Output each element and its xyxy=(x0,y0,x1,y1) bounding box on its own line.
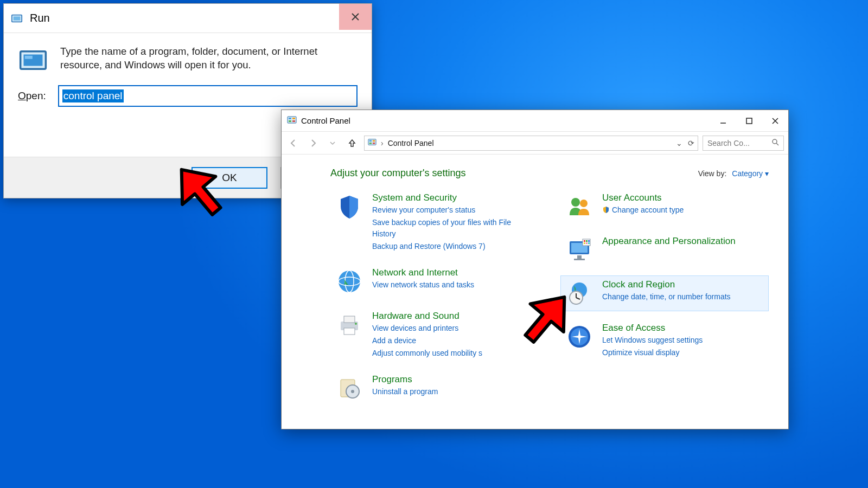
svg-point-25 xyxy=(355,323,357,325)
shield-icon xyxy=(335,192,363,221)
category-item: System and SecurityReview your computer'… xyxy=(330,189,539,256)
cp-heading-row: Adjust your computer's settings View by:… xyxy=(330,168,769,179)
category-title[interactable]: Network and Internet xyxy=(372,267,474,278)
cp-right-column: User AccountsChange account typeAppearan… xyxy=(560,189,769,406)
recent-button[interactable] xyxy=(325,136,340,151)
svg-rect-9 xyxy=(292,120,295,122)
svg-point-17 xyxy=(773,139,777,144)
back-button[interactable] xyxy=(286,136,301,151)
minimize-button[interactable] xyxy=(710,110,736,132)
open-input[interactable]: control panel xyxy=(58,85,358,107)
refresh-icon[interactable]: ⟳ xyxy=(688,139,694,147)
svg-rect-12 xyxy=(368,139,376,145)
search-placeholder: Search Co... xyxy=(707,139,750,147)
open-label: Open: xyxy=(18,90,46,102)
category-item: Ease of AccessLet Windows suggest settin… xyxy=(560,319,769,362)
viewby: View by: Category ▾ xyxy=(698,169,769,178)
svg-rect-1 xyxy=(14,16,21,20)
ease-icon xyxy=(565,323,593,351)
svg-rect-37 xyxy=(586,240,588,242)
svg-rect-23 xyxy=(344,316,355,323)
cp-title-text: Control Panel xyxy=(301,116,350,125)
close-button[interactable] xyxy=(339,4,372,30)
category-title[interactable]: Ease of Access xyxy=(602,323,703,333)
cp-titlebar: Control Panel xyxy=(282,110,788,132)
category-item: Hardware and SoundView devices and print… xyxy=(330,307,539,363)
cp-heading: Adjust your computer's settings xyxy=(330,168,466,179)
category-link[interactable]: Adjust commonly used mobility s xyxy=(372,348,482,359)
category-link[interactable]: Uninstall a program xyxy=(372,386,438,397)
monitor-icon xyxy=(565,236,593,264)
run-description: Type the name of a program, folder, docu… xyxy=(60,45,358,75)
category-link[interactable]: Backup and Restore (Windows 7) xyxy=(372,241,534,252)
svg-rect-41 xyxy=(588,242,590,244)
cp-grid: System and SecurityReview your computer'… xyxy=(330,189,769,406)
svg-rect-24 xyxy=(344,328,355,335)
category-title[interactable]: User Accounts xyxy=(602,192,684,203)
svg-rect-8 xyxy=(289,120,291,122)
svg-point-28 xyxy=(351,390,354,393)
search-icon xyxy=(771,138,779,147)
ok-button[interactable]: OK xyxy=(192,167,267,189)
svg-rect-5 xyxy=(288,117,296,123)
svg-rect-4 xyxy=(25,56,33,59)
category-item: Network and InternetView network status … xyxy=(330,264,539,299)
category-title[interactable]: Hardware and Sound xyxy=(372,311,482,322)
category-link[interactable]: Save backup copies of your files with Fi… xyxy=(372,217,534,240)
address-box[interactable]: › Control Panel ⌄ ⟳ xyxy=(364,136,698,151)
cp-body: Adjust your computer's settings View by:… xyxy=(282,155,788,429)
svg-rect-13 xyxy=(369,140,372,142)
svg-rect-38 xyxy=(588,240,590,242)
window-buttons xyxy=(710,110,788,132)
category-link[interactable]: Change date, time, or number formats xyxy=(602,291,731,303)
breadcrumb: Control Panel xyxy=(388,139,434,147)
category-item: Appearance and Personalization xyxy=(560,232,769,268)
category-link[interactable]: Add a device xyxy=(372,335,482,346)
svg-point-29 xyxy=(571,198,580,207)
viewby-value[interactable]: Category ▾ xyxy=(732,169,769,178)
chevron-right-icon: › xyxy=(381,139,384,147)
search-input[interactable]: Search Co... xyxy=(703,136,784,151)
run-titlebar: Run xyxy=(4,4,372,33)
svg-rect-36 xyxy=(584,240,585,242)
close-window-button[interactable] xyxy=(762,110,788,132)
svg-rect-40 xyxy=(586,242,588,244)
svg-rect-33 xyxy=(577,255,582,259)
svg-rect-11 xyxy=(746,118,752,124)
category-link[interactable]: Review your computer's status xyxy=(372,204,534,216)
svg-rect-14 xyxy=(373,140,375,142)
svg-line-18 xyxy=(776,143,778,145)
address-icon xyxy=(368,138,376,148)
open-input-value: control panel xyxy=(62,89,124,102)
svg-rect-34 xyxy=(574,259,585,260)
category-link[interactable]: Let Windows suggest settings xyxy=(602,335,703,346)
category-title[interactable]: Clock and Region xyxy=(602,279,731,290)
category-item: User AccountsChange account type xyxy=(560,189,769,224)
viewby-label: View by: xyxy=(698,169,727,178)
maximize-button[interactable] xyxy=(736,110,762,132)
svg-point-19 xyxy=(339,271,360,292)
forward-button[interactable] xyxy=(305,136,321,151)
svg-rect-6 xyxy=(289,118,291,119)
run-icon xyxy=(18,45,48,75)
category-title[interactable]: Appearance and Personalization xyxy=(602,236,736,247)
cp-left-column: System and SecurityReview your computer'… xyxy=(330,189,539,406)
category-link[interactable]: View network status and tasks xyxy=(372,279,474,291)
svg-rect-7 xyxy=(292,118,295,119)
category-item: Clock and RegionChange date, time, or nu… xyxy=(560,275,769,311)
run-title-icon xyxy=(9,11,24,26)
category-title[interactable]: System and Security xyxy=(372,192,534,203)
users-icon xyxy=(565,192,593,221)
category-link[interactable]: View devices and printers xyxy=(372,323,482,334)
category-link[interactable]: Change account type xyxy=(602,204,684,216)
printer-icon xyxy=(335,311,363,339)
svg-rect-39 xyxy=(584,242,585,244)
clock-icon xyxy=(565,279,593,307)
run-body: Type the name of a program, folder, docu… xyxy=(4,33,372,75)
chevron-down-icon[interactable]: ⌄ xyxy=(676,139,682,147)
category-title[interactable]: Programs xyxy=(372,374,438,385)
category-item: ProgramsUninstall a program xyxy=(330,370,539,406)
up-button[interactable] xyxy=(344,136,360,151)
control-panel-window: Control Panel › Control Panel ⌄ ⟳ Search… xyxy=(281,110,789,429)
category-link[interactable]: Optimize visual display xyxy=(602,347,703,358)
